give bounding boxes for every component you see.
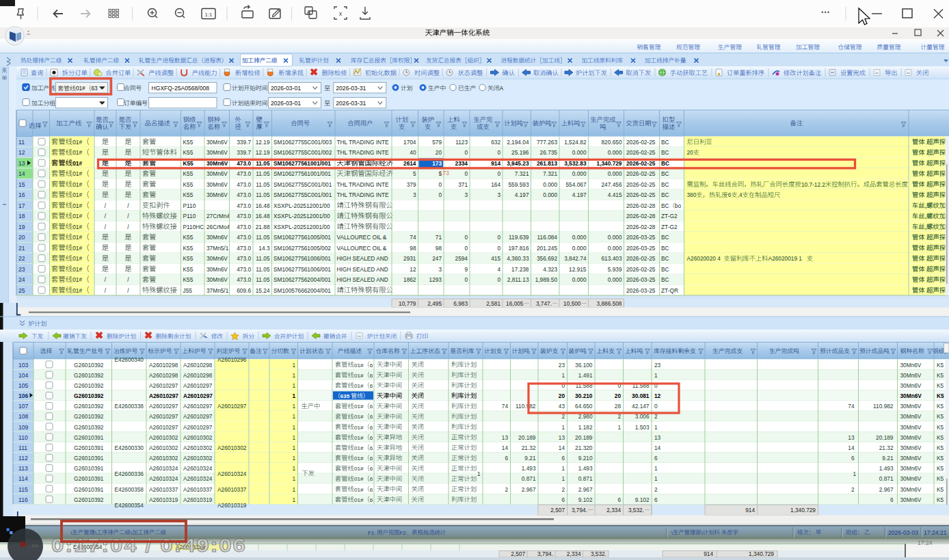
svg-text:0:17:04 / 0:49:06: 0:17:04 / 0:49:06 (51, 535, 247, 556)
svg-text:15.24: 15.24 (256, 287, 270, 294)
svg-text:0: 0 (497, 276, 500, 283)
svg-text:1: 1 (561, 372, 565, 379)
svg-text:1,340.729: 1,340.729 (749, 550, 774, 557)
svg-text:2026-02-28: 2026-02-28 (626, 213, 656, 219)
svg-text:G26010391: G26010391 (74, 455, 104, 462)
svg-text:25: 25 (18, 287, 25, 294)
svg-text:P110: P110 (183, 202, 196, 209)
svg-text:30Mn6V: 30Mn6V (206, 160, 228, 167)
svg-text:11.05: 11.05 (256, 255, 270, 262)
svg-text:6: 6 (728, 191, 732, 198)
svg-text:21.88: 21.88 (256, 224, 270, 230)
svg-text:30Mn6V: 30Mn6V (900, 372, 922, 379)
svg-text:247: 247 (432, 255, 442, 262)
svg-text:4: 4 (497, 266, 500, 273)
svg-text:2026-02-28: 2026-02-28 (626, 224, 656, 230)
svg-text:2: 2 (505, 486, 508, 493)
svg-text:30Mn6V: 30Mn6V (900, 413, 922, 420)
svg-text:3,945.23: 3,945.23 (507, 160, 529, 167)
svg-text:30.081: 30.081 (632, 392, 650, 399)
svg-text:30Mn6V: 30Mn6V (206, 276, 228, 283)
svg-text:6: 6 (370, 414, 373, 420)
svg-text:SM106277561006/001: SM106277561006/001 (273, 266, 331, 273)
svg-text:1,340.729: 1,340.729 (790, 507, 816, 514)
svg-text:173: 173 (439, 170, 449, 176)
svg-text:0.000: 0.000 (543, 191, 557, 198)
svg-text:30Mn6V: 30Mn6V (900, 496, 922, 503)
svg-text:16,005: 16,005 (506, 300, 524, 307)
svg-text:820.650: 820.650 (602, 139, 622, 146)
svg-text:2026-03-01: 2026-03-01 (271, 100, 301, 107)
svg-text:11.05: 11.05 (256, 160, 270, 167)
svg-text:SM10627755C001/002: SM10627755C001/002 (273, 149, 332, 156)
svg-text:6: 6 (370, 497, 373, 503)
svg-text:01#: 01# (354, 466, 364, 472)
svg-text:23: 23 (559, 362, 565, 369)
svg-text:G26010391: G26010391 (74, 486, 104, 493)
svg-text:2614: 2614 (403, 160, 416, 167)
svg-text:A26010297: A26010297 (149, 403, 178, 410)
svg-text:30Mn6V: 30Mn6V (206, 149, 228, 156)
svg-text:21: 21 (18, 245, 25, 252)
svg-text:BC: BC (661, 139, 669, 146)
svg-text:13: 13 (559, 434, 565, 441)
svg-text:473.0: 473.0 (237, 170, 251, 177)
svg-text:01#: 01# (72, 234, 82, 241)
svg-text:5: 5 (413, 170, 416, 177)
svg-text:4.415: 4.415 (608, 191, 622, 198)
svg-text:A26010298: A26010298 (149, 372, 178, 379)
svg-text:9: 9 (464, 266, 468, 273)
svg-text:P110: P110 (183, 213, 196, 219)
svg-text:1: 1 (292, 465, 295, 472)
svg-text:01#: 01# (72, 266, 82, 273)
svg-text:01#: 01# (354, 383, 364, 389)
svg-text:9.21: 9.21 (524, 455, 536, 462)
svg-text:G26010392: G26010392 (74, 413, 104, 420)
svg-text:ZT-QR: ZT-QR (661, 287, 678, 294)
svg-text:197.816: 197.816 (509, 245, 529, 252)
svg-text:0.000: 0.000 (572, 245, 587, 252)
svg-text:0.000: 0.000 (608, 170, 622, 177)
svg-text:339.7: 339.7 (237, 139, 251, 146)
svg-text:24: 24 (18, 276, 25, 283)
svg-text:380: 380 (687, 191, 697, 198)
svg-text:1: 1 (292, 434, 295, 441)
svg-text:10.7-12.2: 10.7-12.2 (801, 181, 825, 188)
svg-text:A26020020 4: A26020020 4 (687, 255, 721, 262)
svg-text:4,360.33: 4,360.33 (507, 255, 529, 262)
svg-text:A26010297: A26010297 (183, 392, 213, 399)
svg-text:473.0: 473.0 (237, 202, 251, 209)
svg-text:F1:: F1: (368, 530, 375, 536)
svg-text:0.000: 0.000 (608, 234, 622, 241)
svg-text:20: 20 (559, 392, 565, 399)
svg-text:2026-03-25: 2026-03-25 (626, 287, 656, 294)
svg-text:98: 98 (436, 245, 442, 252)
svg-text:E42600338: E42600338 (115, 403, 144, 410)
svg-text:bo: bo (675, 202, 682, 209)
svg-text:01#: 01# (354, 414, 364, 420)
svg-text:01#: 01# (354, 435, 364, 441)
svg-text:609.6: 609.6 (237, 287, 251, 294)
svg-text:777.263: 777.263 (537, 139, 557, 146)
svg-text:0.871: 0.871 (522, 475, 536, 482)
svg-text:1: 1 (477, 470, 481, 477)
svg-text:11.05: 11.05 (256, 266, 270, 273)
svg-text:0.000: 0.000 (608, 276, 622, 283)
svg-text:G26010392: G26010392 (74, 382, 104, 389)
svg-text:2,334: 2,334 (567, 550, 581, 557)
svg-text:473.0: 473.0 (237, 266, 251, 273)
svg-text:1,524.82: 1,524.82 (564, 139, 587, 146)
svg-text:1: 1 (561, 424, 565, 431)
svg-text:P110HC: P110HC (183, 224, 204, 230)
svg-text:K5: K5 (937, 403, 944, 410)
svg-text:2.967: 2.967 (879, 486, 894, 493)
svg-text:2026-02-25: 2026-02-25 (626, 266, 656, 273)
svg-text:71: 71 (436, 234, 442, 241)
svg-text:K55: K55 (183, 255, 193, 262)
svg-text:9.210: 9.210 (578, 455, 593, 462)
svg-text:473.0: 473.0 (237, 276, 251, 283)
svg-text:0: 0 (497, 245, 500, 252)
svg-text:2,507: 2,507 (511, 550, 525, 557)
svg-text:2: 2 (851, 486, 855, 493)
svg-text:17.238: 17.238 (511, 266, 529, 273)
